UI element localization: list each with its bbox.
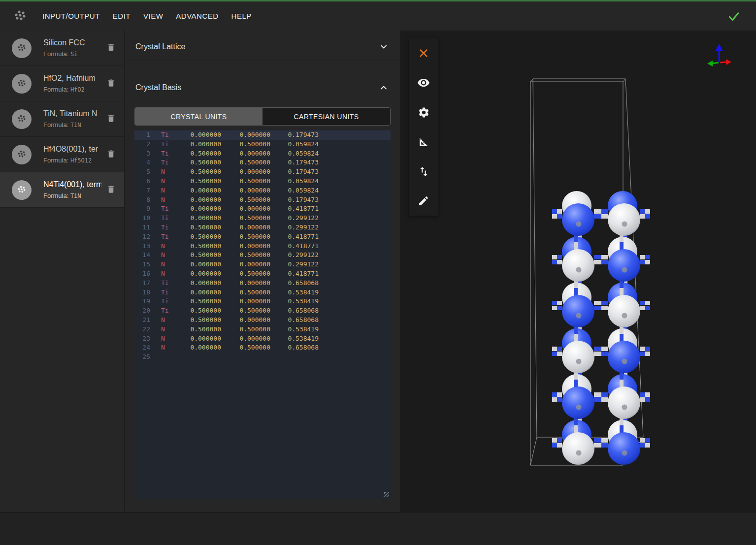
close-viewer-button[interactable] bbox=[409, 38, 438, 68]
basis-code-editor[interactable]: 1Ti0.0000000.0000000.1794732Ti0.0000000.… bbox=[134, 129, 391, 499]
coord-z: 0.538419 bbox=[270, 325, 319, 334]
bond-stick bbox=[645, 438, 650, 443]
sidebar-material-item-2[interactable]: TiN, Titanium NFormula: TiN bbox=[0, 101, 124, 137]
bond-stick bbox=[601, 209, 608, 214]
editor-line-8[interactable]: 8N0.0000000.5000000.179473 bbox=[134, 195, 391, 205]
delete-material-button[interactable] bbox=[104, 42, 117, 55]
element-symbol: N bbox=[161, 186, 176, 195]
swap-axes-button[interactable] bbox=[409, 157, 438, 186]
menu-item-advanced[interactable]: ADVANCED bbox=[176, 12, 218, 20]
delete-material-button[interactable] bbox=[104, 77, 117, 90]
line-number: 16 bbox=[134, 269, 150, 279]
crystal-basis-header[interactable]: Crystal Basis bbox=[125, 61, 400, 107]
line-number: 8 bbox=[134, 195, 150, 205]
visibility-button[interactable] bbox=[409, 68, 438, 97]
editor-line-1[interactable]: 1Ti0.0000000.0000000.179473 bbox=[134, 130, 391, 140]
line-number: 5 bbox=[134, 167, 150, 177]
editor-line-16[interactable]: 16N0.0000000.5000000.418771 bbox=[134, 269, 391, 279]
editor-line-5[interactable]: 5N0.5000000.0000000.179473 bbox=[134, 167, 391, 177]
atom-sphere-front-N bbox=[608, 432, 640, 465]
element-symbol: Ti bbox=[161, 149, 176, 159]
settings-button[interactable] bbox=[409, 97, 438, 127]
coord-y: 0.000000 bbox=[221, 204, 270, 214]
editor-line-21[interactable]: 21N0.5000000.0000000.658068 bbox=[134, 316, 391, 325]
sidebar-material-item-4[interactable]: N4Ti4(001), termFormula: TiN bbox=[0, 172, 124, 208]
coord-z: 0.299122 bbox=[270, 260, 319, 269]
sidebar-material-item-1[interactable]: HfO2, HafniumFormula: HfO2 bbox=[0, 66, 124, 101]
delete-material-button[interactable] bbox=[104, 113, 117, 126]
coord-y: 0.500000 bbox=[221, 306, 270, 316]
editor-line-23[interactable]: 23N0.0000000.0000000.538419 bbox=[134, 334, 391, 344]
editor-line-4[interactable]: 4Ti0.5000000.5000000.179473 bbox=[134, 158, 391, 167]
editor-line-13[interactable]: 13N0.5000000.0000000.418771 bbox=[134, 242, 391, 251]
bond-stick bbox=[557, 214, 562, 219]
bond-stick bbox=[640, 255, 645, 259]
save-check-button[interactable] bbox=[726, 9, 741, 24]
editor-line-10[interactable]: 10Ti0.0000000.5000000.299122 bbox=[134, 214, 391, 223]
editor-line-22[interactable]: 22N0.5000000.5000000.538419 bbox=[134, 325, 391, 334]
sidebar-material-item-0[interactable]: Silicon FCCFormula: Si bbox=[0, 31, 124, 66]
editor-resize-handle[interactable] bbox=[384, 492, 389, 497]
element-symbol: Ti bbox=[161, 297, 176, 306]
coord-z: 0.418771 bbox=[270, 232, 319, 242]
atom-sphere-front-N bbox=[608, 341, 640, 373]
crystal-lattice-header[interactable]: Crystal Lattice bbox=[125, 32, 400, 61]
editor-line-11[interactable]: 11Ti0.5000000.0000000.299122 bbox=[134, 223, 391, 232]
coord-z: 0.658068 bbox=[270, 306, 319, 316]
editor-line-20[interactable]: 20Ti0.5000000.5000000.658068 bbox=[134, 306, 391, 316]
tab-cartesian-units[interactable]: CARTESIAN UNITS bbox=[263, 108, 390, 125]
bond-stick bbox=[645, 255, 650, 259]
crystal-3d-viewport[interactable] bbox=[401, 31, 756, 512]
menu-item-edit[interactable]: EDIT bbox=[113, 12, 131, 20]
editor-line-15[interactable]: 15N0.0000000.0000000.299122 bbox=[134, 260, 391, 269]
editor-line-14[interactable]: 14N0.5000000.5000000.299122 bbox=[134, 251, 391, 260]
element-symbol: N bbox=[161, 316, 176, 325]
editor-line-24[interactable]: 24N0.0000000.5000000.658068 bbox=[134, 343, 391, 353]
line-number: 18 bbox=[134, 288, 150, 297]
editor-line-6[interactable]: 6N0.5000000.5000000.059824 bbox=[134, 177, 391, 186]
bond-stick bbox=[552, 397, 557, 402]
material-avatar bbox=[12, 74, 32, 94]
coord-z: 0.418771 bbox=[270, 204, 319, 214]
material-title: Silicon FCC bbox=[43, 38, 101, 47]
bond-stick bbox=[645, 306, 650, 310]
bond-stick bbox=[645, 301, 650, 305]
bond-stick bbox=[552, 255, 557, 259]
editor-line-3[interactable]: 3Ti0.5000000.0000000.059824 bbox=[134, 149, 391, 159]
menu-item-input-output[interactable]: INPUT/OUTPUT bbox=[42, 12, 100, 20]
coord-x: 0.000000 bbox=[176, 140, 221, 149]
measure-button[interactable] bbox=[409, 127, 438, 157]
menu-item-help[interactable]: HELP bbox=[231, 12, 252, 20]
line-number: 2 bbox=[134, 140, 150, 149]
bond-stick bbox=[594, 209, 601, 214]
menu-item-view[interactable]: VIEW bbox=[143, 12, 163, 20]
bond-stick bbox=[640, 352, 645, 356]
editor-line-2[interactable]: 2Ti0.0000000.5000000.059824 bbox=[134, 140, 391, 149]
coord-z: 0.658068 bbox=[270, 316, 319, 325]
coord-x: 0.500000 bbox=[176, 297, 221, 306]
sidebar-material-item-3[interactable]: Hf4O8(001), terFormula: Hf5O12 bbox=[0, 137, 124, 172]
bond-stick bbox=[601, 438, 608, 443]
coord-y: 0.500000 bbox=[221, 214, 270, 223]
delete-material-button[interactable] bbox=[104, 148, 117, 161]
tab-crystal-units[interactable]: CRYSTAL UNITS bbox=[135, 108, 263, 125]
editor-line-9[interactable]: 9Ti0.0000000.0000000.418771 bbox=[134, 204, 391, 214]
delete-material-button[interactable] bbox=[104, 184, 117, 196]
bond-stick bbox=[594, 438, 601, 443]
unit-cell-edge bbox=[530, 437, 537, 465]
editor-line-17[interactable]: 17Ti0.0000000.0000000.658068 bbox=[134, 279, 391, 288]
coord-z: 0.059824 bbox=[270, 140, 319, 149]
bond-stick bbox=[557, 347, 562, 351]
units-tabs: CRYSTAL UNITS CARTESIAN UNITS bbox=[134, 107, 391, 126]
editor-line-18[interactable]: 18Ti0.0000000.5000000.538419 bbox=[134, 288, 391, 297]
editor-line-12[interactable]: 12Ti0.5000000.5000000.418771 bbox=[134, 232, 391, 242]
editor-line-7[interactable]: 7N0.0000000.0000000.059824 bbox=[134, 186, 391, 195]
atom-sphere-front-Ti bbox=[562, 341, 594, 373]
line-number: 13 bbox=[134, 242, 150, 251]
line-number: 23 bbox=[134, 334, 150, 344]
coord-z: 0.179473 bbox=[270, 130, 319, 140]
edit-structure-button[interactable] bbox=[409, 186, 438, 216]
editor-line-25[interactable]: 25 bbox=[134, 353, 391, 362]
bond-stick bbox=[594, 352, 601, 356]
editor-line-19[interactable]: 19Ti0.5000000.0000000.538419 bbox=[134, 297, 391, 306]
